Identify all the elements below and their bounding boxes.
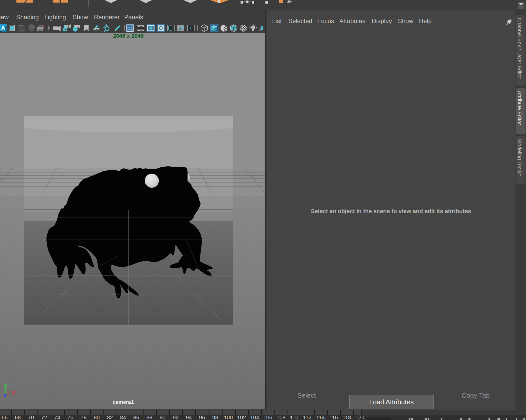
svg-text:x: x	[12, 389, 15, 396]
svg-text:T: T	[189, 26, 193, 31]
svg-text:2048 x 2048: 2048 x 2048	[113, 33, 144, 39]
svg-text:camera1: camera1	[113, 399, 134, 405]
svg-text:A: A	[1, 25, 5, 32]
svg-text:y: y	[4, 382, 7, 388]
svg-text:z: z	[4, 392, 6, 398]
